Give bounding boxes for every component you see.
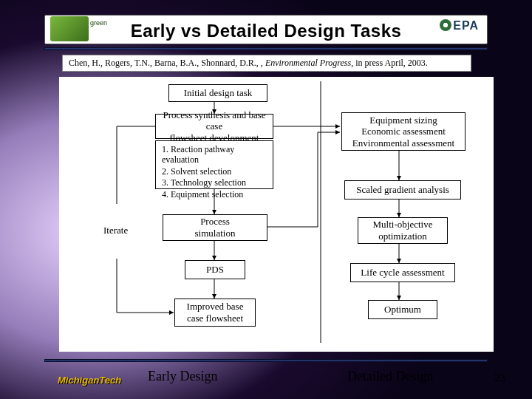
- flowchart: Initial design task Process synthesis an…: [59, 77, 494, 352]
- node-life-cycle: Life cycle assessment: [350, 263, 455, 282]
- page-number: 23: [494, 372, 505, 384]
- node-initial-design: Initial design task: [168, 84, 267, 102]
- epa-flower-icon: [440, 19, 451, 31]
- detailed-design-label: Detailed Design: [347, 369, 433, 384]
- node-improved-flowsheet: Improved base case flowsheet: [174, 299, 256, 327]
- node-equipment-assessment: Equipment sizing Economic assessment Env…: [341, 112, 466, 151]
- node-pds: PDS: [185, 260, 245, 279]
- node-optimum: Optimum: [368, 300, 437, 319]
- node-synthesis-list: 1. Reaction pathway evaluation 2. Solven…: [155, 140, 273, 189]
- node-multi-objective: Multi-objective optimization: [358, 217, 448, 244]
- citation: Chen, H., Rogers, T.N., Barna, B.A., Sho…: [62, 55, 471, 72]
- green-engineering-logo: [50, 16, 89, 41]
- node-process-synthesis: Process synthesis and base case flowshee…: [155, 114, 273, 139]
- node-process-simulation: Process simulation: [163, 214, 267, 241]
- node-scaled-gradient: Scaled gradient analysis: [344, 180, 461, 200]
- iterate-label: Iterate: [103, 225, 128, 236]
- early-design-label: Early Design: [148, 369, 217, 384]
- michigan-tech-logo: MichiganTech: [58, 375, 121, 386]
- epa-logo: EPA: [440, 19, 479, 33]
